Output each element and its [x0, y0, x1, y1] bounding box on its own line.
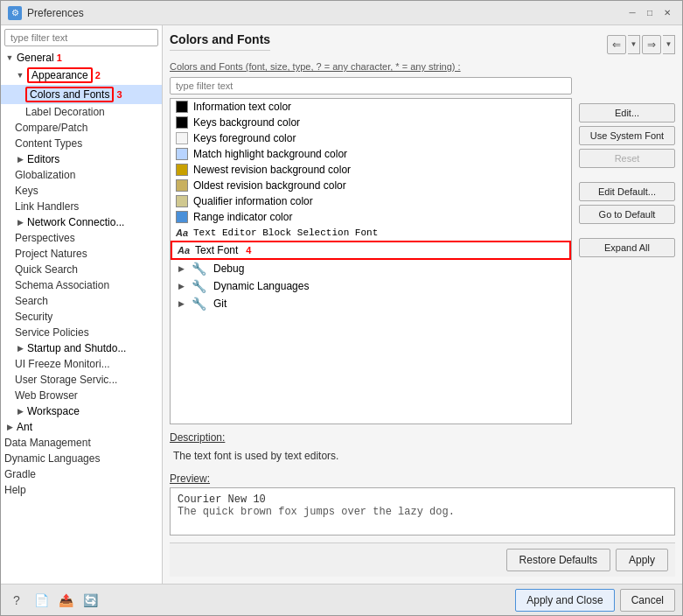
colors-list: Information text color Keys background c…: [170, 98, 572, 424]
group-item-dynamic-languages[interactable]: ▶ 🔧 Dynamic Languages: [171, 277, 571, 295]
doc-icon[interactable]: 📄: [32, 592, 50, 609]
go-to-default-button[interactable]: Go to Default: [579, 205, 675, 224]
sidebar-item-label-general: General: [17, 52, 54, 64]
colors-filter-input[interactable]: [170, 77, 572, 94]
sidebar-item-search[interactable]: Search: [1, 293, 162, 309]
swatch-text-editor-block: Aa: [176, 227, 188, 239]
swatch-info-text: [176, 101, 188, 113]
group-item-git[interactable]: ▶ 🔧 Git: [171, 295, 571, 312]
cancel-button[interactable]: Cancel: [620, 589, 675, 612]
sidebar-item-user-storage[interactable]: User Storage Servic...: [1, 372, 162, 388]
expand-icon-editors: ▶: [15, 154, 25, 164]
expand-all-button[interactable]: Expand All: [579, 238, 675, 257]
sidebar-item-dynamic-languages[interactable]: Dynamic Languages: [1, 451, 162, 466]
footer-icons: ? 📄 📤 🔄: [8, 592, 99, 609]
window-icon: ⚙: [8, 6, 22, 20]
left-panel: ▼ General 1 ▼ Appearance 2 Colors and Fo…: [1, 25, 163, 584]
badge-colors-fonts: 3: [116, 89, 122, 100]
edit-default-button[interactable]: Edit Default...: [579, 182, 675, 201]
group-item-debug[interactable]: ▶ 🔧 Debug: [171, 260, 571, 277]
title-bar-left: ⚙ Preferences: [8, 6, 84, 20]
sidebar-item-schema[interactable]: Schema Association: [1, 277, 162, 293]
sidebar-item-gradle[interactable]: Gradle: [1, 466, 162, 482]
sidebar-item-label-decoration[interactable]: Label Decoration: [1, 104, 162, 120]
reset-button[interactable]: Reset: [579, 149, 675, 168]
sidebar-item-quick-search[interactable]: Quick Search: [1, 262, 162, 277]
main-content: ▼ General 1 ▼ Appearance 2 Colors and Fo…: [1, 25, 682, 584]
maximize-button[interactable]: □: [642, 5, 658, 21]
sidebar-item-editors[interactable]: ▶ Editors: [1, 151, 162, 167]
preferences-window: ⚙ Preferences ─ □ ✕ ▼ General 1 ▼: [0, 0, 683, 616]
sidebar-item-colors-fonts[interactable]: Colors and Fonts 3: [1, 85, 162, 104]
color-item-keys-bg[interactable]: Keys background color: [171, 115, 571, 130]
sidebar-item-label-network: Network Connectio...: [27, 216, 124, 228]
icon-debug: 🔧: [192, 262, 206, 276]
apply-button[interactable]: Apply: [616, 549, 668, 571]
expand-icon-ant: ▶: [4, 422, 15, 432]
export-icon[interactable]: 📤: [57, 592, 74, 609]
sidebar-item-perspectives[interactable]: Perspectives: [1, 230, 162, 246]
apply-close-button[interactable]: Apply and Close: [515, 589, 614, 612]
label-oldest: Oldest revision background color: [193, 179, 346, 192]
close-button[interactable]: ✕: [659, 5, 675, 21]
sidebar-item-keys[interactable]: Keys: [1, 183, 162, 199]
forward-dropdown[interactable]: ▼: [663, 35, 675, 54]
minimize-button[interactable]: ─: [624, 5, 640, 21]
preview-line2: The quick brown fox jumps over the lazy …: [178, 506, 667, 518]
sidebar-item-link-handlers[interactable]: Link Handlers: [1, 199, 162, 214]
expand-icon-workspace: ▶: [15, 406, 25, 416]
appearance-label: Appearance: [27, 67, 93, 83]
sidebar-item-network[interactable]: ▶ Network Connectio...: [1, 214, 162, 230]
badge-text-font: 4: [246, 245, 251, 256]
sidebar-item-globalization[interactable]: Globalization: [1, 167, 162, 183]
label-qualifier: Qualifier information color: [193, 195, 313, 207]
sidebar-item-general[interactable]: ▼ General 1: [1, 50, 162, 66]
forward-button[interactable]: ⇒: [642, 35, 661, 54]
sidebar-item-ant[interactable]: ▶ Ant: [1, 419, 162, 435]
back-button[interactable]: ⇐: [607, 35, 626, 54]
color-item-info-text[interactable]: Information text color: [171, 99, 571, 115]
sidebar-item-workspace[interactable]: ▶ Workspace: [1, 403, 162, 419]
color-item-oldest-revision[interactable]: Oldest revision background color: [171, 178, 571, 193]
swatch-qualifier: [176, 195, 188, 207]
sidebar-item-label-startup: Startup and Shutdo...: [27, 342, 126, 354]
sidebar-item-data-management[interactable]: Data Management: [1, 435, 162, 451]
color-item-qualifier[interactable]: Qualifier information color: [171, 193, 571, 209]
left-filter-input[interactable]: [4, 29, 158, 46]
swatch-newest: [176, 164, 188, 176]
title-bar-controls: ─ □ ✕: [624, 5, 675, 21]
label-range: Range indicator color: [193, 211, 292, 223]
sidebar-item-help[interactable]: Help: [1, 482, 162, 498]
color-item-range[interactable]: Range indicator color: [171, 209, 571, 225]
sidebar-item-content-types[interactable]: Content Types: [1, 136, 162, 151]
color-item-text-font[interactable]: Aa Text Font 4: [171, 241, 571, 260]
color-item-match-highlight[interactable]: Match highlight background color: [171, 146, 571, 162]
footer: ? 📄 📤 🔄 Apply and Close Cancel: [1, 584, 682, 615]
restore-defaults-button[interactable]: Restore Defaults: [506, 549, 610, 571]
color-item-keys-fg[interactable]: Keys foreground color: [171, 130, 571, 146]
sidebar-item-ui-freeze[interactable]: UI Freeze Monitori...: [1, 356, 162, 372]
help-icon[interactable]: ?: [8, 592, 25, 609]
sidebar-item-appearance[interactable]: ▼ Appearance 2: [1, 66, 162, 85]
sidebar-item-web-browser[interactable]: Web Browser: [1, 388, 162, 403]
color-item-text-editor-block[interactable]: Aa Text Editor Block Selection Font: [171, 225, 571, 241]
color-item-newest-revision[interactable]: Newest revision background color: [171, 162, 571, 178]
icon-git: 🔧: [192, 297, 206, 311]
label-debug: Debug: [213, 262, 244, 275]
label-keys-bg: Keys background color: [193, 116, 300, 129]
nav-arrows: ⇐ ▼ ⇒ ▼: [607, 35, 675, 54]
refresh-icon[interactable]: 🔄: [81, 592, 99, 609]
description-text: The text font is used by text editors.: [170, 446, 675, 466]
sidebar-item-service-policies[interactable]: Service Policies: [1, 325, 162, 340]
back-dropdown[interactable]: ▼: [628, 35, 640, 54]
swatch-range: [176, 211, 188, 223]
edit-button[interactable]: Edit...: [579, 103, 675, 122]
sidebar-item-compare-patch[interactable]: Compare/Patch: [1, 120, 162, 136]
sidebar-item-project-natures[interactable]: Project Natures: [1, 246, 162, 262]
use-system-font-button[interactable]: Use System Font: [579, 126, 675, 145]
sidebar-item-startup[interactable]: ▶ Startup and Shutdo...: [1, 340, 162, 356]
panel-header: Colors and Fonts ⇐ ▼ ⇒ ▼: [170, 32, 675, 56]
sidebar-item-label-workspace: Workspace: [27, 405, 80, 417]
label-match: Match highlight background color: [193, 148, 347, 160]
sidebar-item-security[interactable]: Security: [1, 309, 162, 325]
